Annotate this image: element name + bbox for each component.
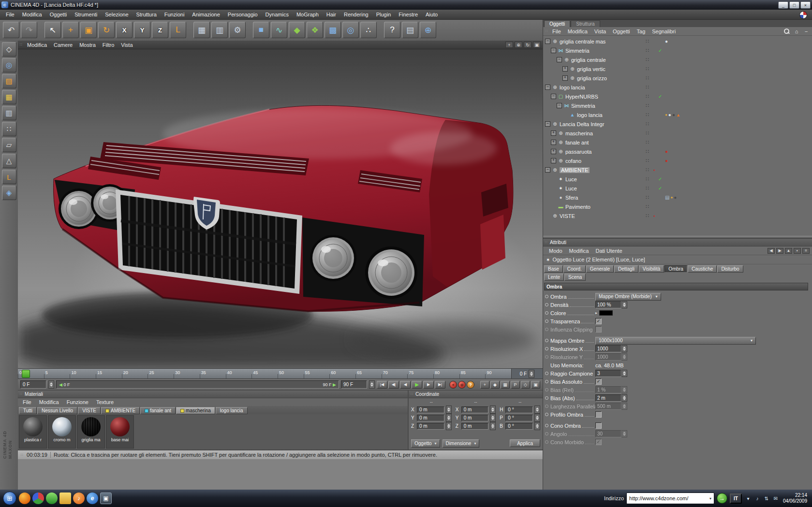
material-item[interactable]: base mai — [106, 415, 134, 449]
animation-dot-icon[interactable] — [545, 347, 548, 350]
coordinate-field[interactable]: 0 m — [461, 406, 489, 413]
next-frame-button[interactable]: ▶ — [423, 381, 434, 389]
red-sphere-icon[interactable]: ● — [665, 149, 668, 154]
material-item[interactable]: plastica r — [19, 415, 47, 449]
add-deformer-button[interactable]: ▩ — [325, 22, 341, 38]
expander-icon[interactable] — [551, 48, 556, 53]
attribute-field[interactable]: 3 — [595, 370, 621, 377]
play-button[interactable]: ▶ — [412, 381, 422, 389]
visibility-dots[interactable] — [646, 93, 649, 100]
object-tags[interactable]: ● — [665, 158, 668, 163]
timeline-tick[interactable]: 40 — [226, 369, 252, 378]
object-mode-dropdown[interactable]: Oggetto — [411, 439, 440, 448]
animation-dot-icon[interactable] — [545, 413, 548, 416]
chrome-sphere-icon[interactable]: ● — [665, 39, 668, 44]
layout-button[interactable]: ▤ — [402, 22, 418, 38]
object-name[interactable]: VISTE — [560, 213, 575, 219]
expander-icon[interactable] — [557, 103, 562, 108]
attribute-field[interactable]: 1000 — [595, 353, 621, 361]
add-spline-button[interactable]: ∿ — [271, 22, 287, 38]
attribute-field[interactable]: 500 m — [595, 403, 621, 410]
animation-dot-icon[interactable] — [545, 388, 548, 391]
spinner[interactable] — [621, 403, 627, 410]
visibility-dots[interactable] — [646, 121, 649, 127]
spinner[interactable] — [490, 406, 496, 414]
menu-item[interactable]: Aiuto — [422, 11, 442, 18]
tree-row[interactable]: Luce — [543, 174, 812, 184]
layer-tab[interactable]: AMBIENTE — [101, 407, 140, 414]
render-settings-button[interactable]: ⚙ — [229, 22, 246, 38]
menu-item[interactable]: Strumenti — [71, 11, 101, 18]
timeline-tick[interactable]: 65 — [355, 369, 382, 378]
spinner[interactable] — [621, 386, 627, 393]
menu-item[interactable]: Modifica — [35, 399, 63, 405]
start-button[interactable]: ⊞ — [3, 492, 16, 505]
attribute-tab[interactable]: Ombra — [664, 265, 687, 273]
texture-mode-button[interactable]: ▨ — [2, 74, 16, 88]
viewport-menu-item[interactable]: Mostra — [76, 42, 99, 48]
chrome-sphere-icon[interactable]: ● — [668, 112, 671, 117]
expander-icon[interactable] — [551, 158, 556, 163]
lock-y-button[interactable]: Y — [134, 22, 150, 38]
menu-item[interactable]: Modifica — [18, 11, 46, 18]
visibility-dots[interactable] — [646, 194, 649, 201]
record-button[interactable]: ● — [449, 381, 457, 389]
dark-sphere-icon[interactable]: ● — [672, 112, 675, 117]
attribute-field[interactable]: 1 % — [595, 386, 621, 393]
panel-grip-icon[interactable]: ∷ — [20, 392, 23, 396]
material-item[interactable]: cromo m — [48, 415, 76, 449]
grid-snap-button[interactable]: ▦ — [501, 381, 510, 389]
menu-item[interactable]: Animazione — [188, 11, 223, 18]
menu-item[interactable]: MoGraph — [293, 11, 323, 18]
timeline-tick[interactable]: 35 — [200, 369, 226, 378]
language-indicator[interactable]: IT — [730, 493, 742, 504]
menu-item[interactable]: File — [19, 399, 35, 405]
menu-item[interactable]: Oggetti — [609, 29, 633, 34]
attribute-checkbox[interactable] — [595, 439, 602, 445]
timeline-tick[interactable]: 85 — [459, 369, 486, 378]
attribute-dropdown[interactable]: 1000x1000 — [595, 337, 756, 345]
timeline-tick[interactable]: 60 — [329, 369, 355, 378]
rotate-tool-button[interactable]: ↻ — [98, 22, 115, 38]
animation-dot-icon[interactable] — [545, 311, 548, 315]
messenger-icon[interactable] — [46, 493, 58, 504]
expander-icon[interactable] — [562, 66, 568, 72]
attribute-tab[interactable]: Coord. — [563, 265, 586, 273]
tree-row[interactable]: Luce — [543, 184, 812, 193]
object-name[interactable]: griglia centrale mas — [560, 39, 605, 44]
tree-row[interactable]: logo lancia — [543, 83, 812, 92]
volume-icon[interactable]: ♪ — [753, 494, 761, 502]
visibility-dots[interactable] — [646, 185, 649, 191]
render-picture-viewer-button[interactable]: ▥ — [211, 22, 228, 38]
make-editable-button[interactable]: ◇ — [2, 42, 16, 57]
visibility-dots[interactable] — [646, 75, 649, 81]
animation-dot-icon[interactable] — [545, 372, 548, 375]
panel-grip-icon[interactable]: ∷ — [545, 240, 548, 245]
tree-row[interactable]: Simmetria — [543, 46, 812, 55]
menu-item[interactable]: Struttura — [133, 11, 161, 18]
spinner[interactable] — [621, 370, 627, 377]
polygons-mode-button[interactable]: △ — [2, 154, 16, 168]
attribute-field[interactable]: 2 m — [595, 394, 621, 402]
visibility-dots[interactable] — [646, 66, 649, 72]
visibility-dots[interactable] — [646, 139, 649, 145]
layer-tab[interactable]: mascherina — [176, 407, 215, 414]
live-selection-button[interactable]: ↖ — [44, 22, 61, 38]
manager-tab[interactable]: Oggetti — [544, 20, 570, 27]
spinner[interactable] — [621, 345, 627, 352]
attribute-checkbox[interactable] — [595, 326, 602, 333]
lock-icon[interactable]: ▪ — [794, 248, 801, 254]
browser-ball-icon[interactable] — [32, 493, 44, 504]
snap-button[interactable]: ◈ — [2, 186, 16, 200]
tree-row[interactable]: logo lancia ●●●▲ — [543, 110, 812, 119]
gold-dot-icon[interactable]: ● — [670, 195, 673, 200]
attribute-checkbox[interactable] — [595, 422, 602, 429]
menu-item[interactable]: Finestre — [395, 11, 422, 18]
panel-menu-icon[interactable]: ≡ — [802, 248, 810, 254]
visibility-dots[interactable] — [646, 38, 649, 44]
expander-icon[interactable] — [545, 85, 550, 90]
spinner[interactable] — [621, 353, 627, 361]
tree-row[interactable]: griglia orizzo — [543, 73, 812, 83]
close-button[interactable]: × — [800, 1, 811, 9]
view-pan-icon[interactable]: + — [505, 42, 513, 48]
